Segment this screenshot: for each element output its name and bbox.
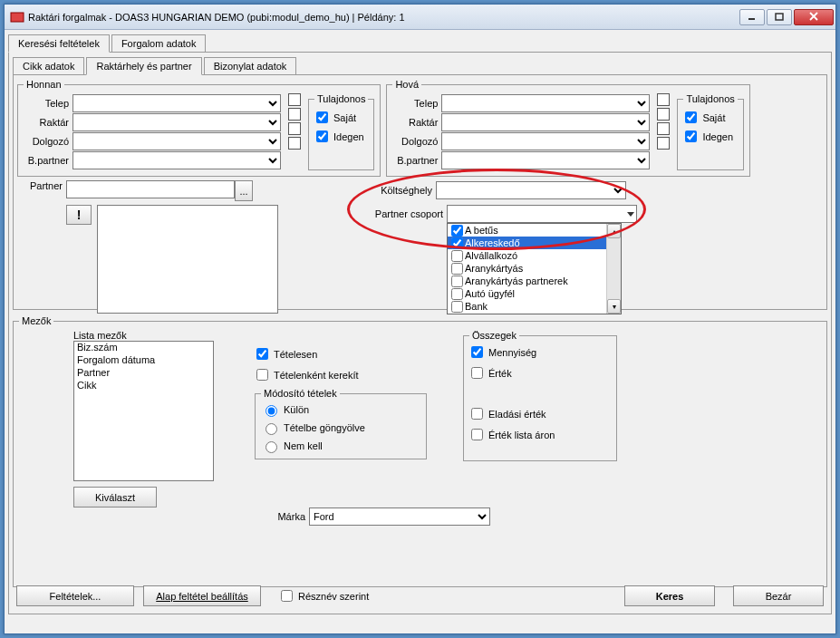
honnan-dolgozo-select[interactable] — [72, 132, 281, 150]
pc-item-label: Autó ügyfél — [465, 287, 515, 300]
list-item[interactable]: Forgalom dátuma — [74, 354, 213, 367]
nem-kell-radio[interactable] — [266, 441, 277, 453]
hova-telep-label: Telep — [392, 98, 441, 109]
pc-item-label: Alvállalkozó — [465, 249, 517, 262]
tab-raktarhely-es-partner[interactable]: Raktárhely és partner — [86, 57, 201, 75]
app-icon — [10, 10, 24, 24]
tetelenkent-kerekit-label: Tételenként kerekít — [274, 370, 359, 381]
hova-sajat-checkbox[interactable] — [685, 111, 697, 123]
honnan-telep-select[interactable] — [72, 94, 281, 112]
sub-tabset: Cikk adatok Raktárhely és partner Bizony… — [13, 56, 827, 310]
pc-item-checkbox[interactable] — [451, 250, 463, 262]
partner-browse-button[interactable]: ... — [235, 180, 253, 201]
koltseghely-select[interactable] — [436, 181, 626, 199]
pc-item-label: Aranykártyás partnerek — [465, 275, 568, 287]
resznev-szerint-checkbox[interactable] — [281, 590, 293, 602]
honnan-idegen-checkbox[interactable] — [316, 130, 328, 142]
tulajdonos-legend: Tulajdonos — [314, 93, 368, 104]
color-box[interactable] — [657, 137, 670, 150]
pc-scrollbar[interactable]: ▴ ▾ — [606, 224, 621, 314]
color-box[interactable] — [288, 122, 301, 135]
hova-legend: Hová — [392, 79, 421, 90]
pc-item-label: Bank — [465, 300, 488, 313]
kulon-label: Külön — [284, 404, 309, 415]
list-item[interactable]: Partner — [74, 367, 213, 380]
idegen-label: Idegen — [333, 131, 364, 142]
lista-mezok-listbox[interactable]: Biz.szám Forgalom dátuma Partner Cikk — [73, 341, 214, 481]
tetelenkent-kerekit-checkbox[interactable] — [256, 369, 268, 381]
bezar-button[interactable]: Bezár — [733, 585, 824, 606]
osszegek-fieldset: Összegek Mennyiség Érték Eladási érték É… — [463, 330, 617, 461]
hova-color-boxes — [657, 93, 670, 170]
alap-feltetel-button[interactable]: Alap feltétel beállítás — [143, 585, 261, 606]
hova-idegen-checkbox[interactable] — [685, 130, 697, 142]
partner-csoport-dropdown[interactable] — [447, 205, 637, 223]
hova-bpartner-select[interactable] — [441, 151, 650, 169]
keres-button[interactable]: Keres — [624, 585, 715, 606]
eladasi-ertek-checkbox[interactable] — [471, 408, 483, 420]
idegen-label: Idegen — [702, 131, 733, 142]
tab-bizonylat-adatok[interactable]: Bizonylat adatok — [204, 57, 297, 75]
osszegek-legend: Összegek — [469, 330, 519, 341]
scroll-up-button[interactable]: ▴ — [607, 224, 621, 238]
color-box[interactable] — [288, 108, 301, 121]
color-box[interactable] — [657, 122, 670, 135]
sajat-label: Saját — [702, 112, 725, 123]
modosito-tetelek-legend: Módosító tételek — [261, 388, 340, 399]
tetelbe-gongyolve-radio[interactable] — [266, 423, 277, 435]
window-title: Raktári forgalmak - DOAS3 HUNGARIAN DEMO… — [28, 12, 738, 23]
tetelesen-checkbox[interactable] — [256, 348, 268, 360]
ertek-checkbox[interactable] — [471, 367, 483, 379]
tab-forgalom-adatok[interactable]: Forgalom adatok — [111, 34, 207, 53]
honnan-sajat-checkbox[interactable] — [316, 111, 328, 123]
honnan-raktar-select[interactable] — [72, 113, 281, 131]
ertek-lista-aron-checkbox[interactable] — [471, 429, 483, 440]
hova-raktar-select[interactable] — [441, 113, 650, 131]
pc-item-checkbox[interactable] — [451, 288, 463, 300]
tab-cikk-adatok[interactable]: Cikk adatok — [13, 57, 84, 75]
list-item[interactable]: Biz.szám — [74, 342, 213, 354]
honnan-bpartner-label: B.partner — [24, 155, 72, 166]
scroll-down-button[interactable]: ▾ — [607, 299, 621, 314]
kulon-radio[interactable] — [266, 405, 277, 417]
color-box[interactable] — [657, 108, 670, 121]
pc-item-checkbox[interactable] — [451, 225, 463, 237]
close-button[interactable] — [794, 9, 834, 25]
color-box[interactable] — [288, 137, 301, 150]
mennyiseg-checkbox[interactable] — [471, 346, 483, 358]
pc-item-checkbox[interactable] — [451, 301, 463, 313]
feltetelek-button[interactable]: Feltételek... — [16, 585, 134, 606]
chevron-down-icon — [627, 212, 634, 217]
tab-keresesi-feltetelek[interactable]: Keresési feltételek — [8, 34, 110, 53]
maximize-button[interactable] — [767, 9, 792, 25]
honnan-telep-label: Telep — [24, 98, 72, 109]
hova-telep-select[interactable] — [441, 94, 650, 112]
pc-item-checkbox[interactable] — [451, 276, 463, 287]
partner-input[interactable] — [66, 180, 235, 198]
color-box[interactable] — [657, 93, 670, 106]
pc-item-checkbox[interactable] — [451, 263, 463, 275]
minimize-button[interactable] — [739, 9, 765, 25]
tulajdonos-legend: Tulajdonos — [683, 93, 737, 104]
kivalaszt-button[interactable]: Kiválaszt — [73, 487, 157, 508]
hova-dolgozo-select[interactable] — [441, 132, 650, 150]
partner-csoport-label: Partner csoport — [372, 208, 447, 219]
hova-fieldset: Hová Telep Raktár Dolgozó B.partner — [386, 79, 749, 177]
partner-excl-button[interactable]: ! — [66, 205, 92, 225]
pc-item-checkbox[interactable] — [451, 237, 463, 249]
list-item[interactable]: Cikk — [74, 380, 213, 392]
hova-bpartner-label: B.partner — [392, 155, 441, 166]
partner-csoport-list[interactable]: A betűs Alkereskedő Alvállalkozó Aranyká… — [447, 223, 622, 314]
ertek-lista-aron-label: Érték lista áron — [488, 430, 555, 440]
pc-item-label: Alkereskedő — [465, 237, 520, 249]
mezok-legend: Mezők — [19, 315, 53, 326]
honnan-legend: Honnan — [24, 79, 64, 90]
partner-listbox[interactable] — [97, 205, 278, 314]
color-box[interactable] — [288, 93, 301, 106]
svg-rect-0 — [11, 13, 24, 22]
svg-rect-2 — [776, 14, 783, 20]
honnan-bpartner-select[interactable] — [72, 151, 281, 169]
tetelbe-gongyolve-label: Tételbe göngyölve — [284, 422, 365, 433]
marka-select[interactable]: Ford — [309, 508, 490, 526]
mezok-fieldset: Mezők Lista mezők Biz.szám Forgalom dátu… — [13, 315, 827, 587]
